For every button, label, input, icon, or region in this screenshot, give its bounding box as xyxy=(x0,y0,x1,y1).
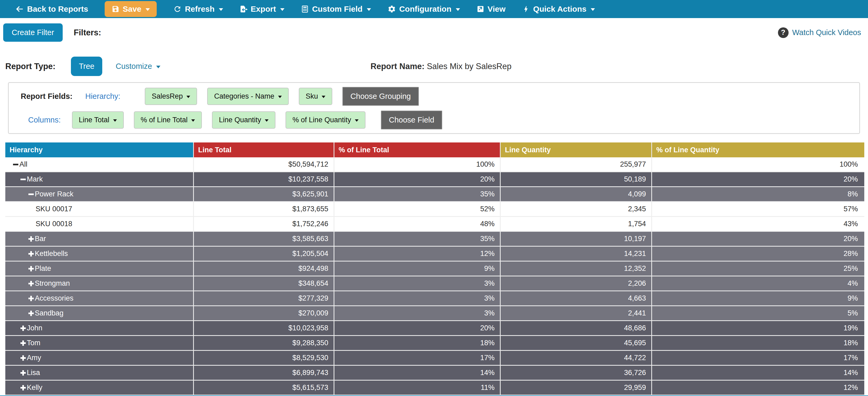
field-label: Line Quantity xyxy=(219,116,261,124)
collapse-minus-icon[interactable] xyxy=(13,162,19,167)
expand-plus-icon[interactable] xyxy=(28,251,34,257)
back-to-reports-button[interactable]: Back to Reports xyxy=(15,4,88,13)
line-total-cell: $3,625,901 xyxy=(194,187,334,201)
columns-link[interactable]: Columns: xyxy=(28,116,61,124)
line-total-cell: $270,009 xyxy=(194,306,334,320)
table-row[interactable]: All$50,594,712100%255,977100% xyxy=(5,157,864,172)
custom-field-label: Custom Field xyxy=(312,4,363,13)
configuration-button[interactable]: Configuration xyxy=(388,4,460,13)
table-row[interactable]: Kettlebells$1,205,50412%14,23128% xyxy=(5,247,864,261)
column-field-pct-line-total[interactable]: % of Line Total xyxy=(134,111,202,129)
pct-line-quantity-cell: 5% xyxy=(652,306,864,320)
view-button[interactable]: View xyxy=(476,4,506,13)
table-row[interactable]: Bar$3,585,66335%10,19720% xyxy=(5,232,864,247)
hierarchy-link[interactable]: Hierarchy: xyxy=(85,92,120,101)
expand-plus-icon[interactable] xyxy=(20,355,26,361)
refresh-icon xyxy=(173,5,182,13)
table-row[interactable]: SKU 00018$1,752,24648%1,75443% xyxy=(5,217,864,232)
filters-label: Filters: xyxy=(74,28,101,37)
watch-quick-videos-label: Watch Quick Videos xyxy=(792,28,861,37)
table-row[interactable]: Mark$10,237,55820%50,18920% xyxy=(5,172,864,187)
create-filter-button[interactable]: Create Filter xyxy=(3,23,63,42)
table-row[interactable]: Power Rack$3,625,90135%4,0998% xyxy=(5,187,864,202)
hierarchy-cell: Kelly xyxy=(5,380,194,395)
table-row[interactable]: John$10,023,95820%48,68619% xyxy=(5,321,864,336)
table-row[interactable]: Sandbag$270,0093%2,4415% xyxy=(5,306,864,321)
caret-down-icon xyxy=(146,8,150,11)
save-icon xyxy=(112,5,120,13)
table-row[interactable]: SKU 00017$1,873,65552%2,34557% xyxy=(5,202,864,217)
line-total-cell: $8,529,530 xyxy=(194,351,334,365)
hierarchy-cell: Lisa xyxy=(5,366,194,380)
hierarchy-cell: Amy xyxy=(5,351,194,365)
watch-quick-videos-link[interactable]: Watch Quick Videos xyxy=(778,27,861,38)
line-quantity-cell: 2,345 xyxy=(501,202,652,216)
line-quantity-cell: 2,441 xyxy=(501,306,652,320)
expand-plus-icon[interactable] xyxy=(20,370,26,376)
table-row[interactable]: Plate$924,4989%12,35225% xyxy=(5,261,864,276)
quick-actions-button[interactable]: Quick Actions xyxy=(522,4,595,13)
choose-grouping-button[interactable]: Choose Grouping xyxy=(342,87,418,106)
hierarchy-field-salesrep[interactable]: SalesRep xyxy=(145,88,197,105)
expand-plus-icon[interactable] xyxy=(28,295,34,302)
view-label: View xyxy=(488,4,506,13)
lightning-icon xyxy=(522,5,530,13)
row-label: Mark xyxy=(27,175,43,183)
external-link-icon xyxy=(476,5,485,13)
hierarchy-field-sku[interactable]: Sku xyxy=(299,88,333,105)
caret-down-icon xyxy=(191,119,195,122)
expand-plus-icon[interactable] xyxy=(20,340,26,346)
row-label: Amy xyxy=(27,354,41,362)
refresh-button[interactable]: Refresh xyxy=(173,4,223,13)
expand-plus-icon[interactable] xyxy=(28,310,34,316)
choose-field-button[interactable]: Choose Field xyxy=(381,111,442,130)
pct-line-quantity-cell: 4% xyxy=(652,276,864,290)
export-button[interactable]: Export xyxy=(240,4,284,13)
header-line-quantity[interactable]: Line Quantity xyxy=(501,142,652,157)
row-label: Strongman xyxy=(35,279,70,288)
row-label: Kettlebells xyxy=(35,250,68,258)
caret-down-icon xyxy=(186,96,190,98)
custom-field-button[interactable]: Custom Field xyxy=(301,4,371,13)
customize-dropdown[interactable]: Customize xyxy=(116,62,160,71)
table-row[interactable]: Amy$8,529,53017%44,72217% xyxy=(5,351,864,366)
save-button[interactable]: Save xyxy=(105,1,157,17)
pct-line-quantity-cell: 14% xyxy=(652,366,864,380)
expand-plus-icon[interactable] xyxy=(28,281,34,286)
tree-button[interactable]: Tree xyxy=(71,57,102,76)
pct-line-quantity-cell: 43% xyxy=(652,217,864,231)
caret-down-icon xyxy=(265,119,269,122)
expand-plus-icon[interactable] xyxy=(20,325,26,331)
report-fields-panel: Report Fields: Hierarchy: SalesRep Categ… xyxy=(8,82,860,134)
table-row[interactable]: Kelly$5,615,57311%29,95912% xyxy=(5,380,864,395)
field-label: % of Line Quantity xyxy=(292,116,351,124)
hierarchy-field-categories-name[interactable]: Categories - Name xyxy=(207,88,289,105)
caret-down-icon xyxy=(456,8,460,11)
table-row[interactable]: Tom$9,288,35018%45,69518% xyxy=(5,336,864,351)
expand-plus-icon[interactable] xyxy=(20,385,26,391)
expand-plus-icon[interactable] xyxy=(28,236,34,242)
table-row[interactable]: Accessories$277,3293%4,6639% xyxy=(5,291,864,306)
header-line-total[interactable]: Line Total xyxy=(194,142,334,157)
pct-line-total-cell: 14% xyxy=(334,366,501,380)
column-field-line-total[interactable]: Line Total xyxy=(72,111,124,129)
table-row[interactable]: Strongman$348,6543%2,2064% xyxy=(5,276,864,291)
row-label: Accessories xyxy=(35,294,73,303)
collapse-minus-icon[interactable] xyxy=(28,191,34,197)
hierarchy-cell: SKU 00017 xyxy=(5,202,194,216)
pct-line-quantity-cell: 25% xyxy=(652,261,864,276)
back-to-reports-label: Back to Reports xyxy=(27,4,88,13)
header-pct-line-quantity[interactable]: % of Line Quantity xyxy=(652,142,864,157)
header-pct-line-total[interactable]: % of Line Total xyxy=(334,142,501,157)
column-field-line-quantity[interactable]: Line Quantity xyxy=(212,111,275,129)
pct-line-quantity-cell: 20% xyxy=(652,232,864,246)
header-hierarchy[interactable]: Hierarchy xyxy=(5,142,194,157)
pct-line-quantity-cell: 8% xyxy=(652,187,864,201)
table-row[interactable]: Lisa$6,899,74314%36,72614% xyxy=(5,366,864,380)
hierarchy-cell: All xyxy=(5,157,194,171)
column-field-pct-line-quantity[interactable]: % of Line Quantity xyxy=(285,111,366,129)
expand-plus-icon[interactable] xyxy=(28,266,34,272)
line-total-cell: $1,752,246 xyxy=(194,217,334,231)
save-label: Save xyxy=(123,4,141,13)
collapse-minus-icon[interactable] xyxy=(20,176,26,182)
